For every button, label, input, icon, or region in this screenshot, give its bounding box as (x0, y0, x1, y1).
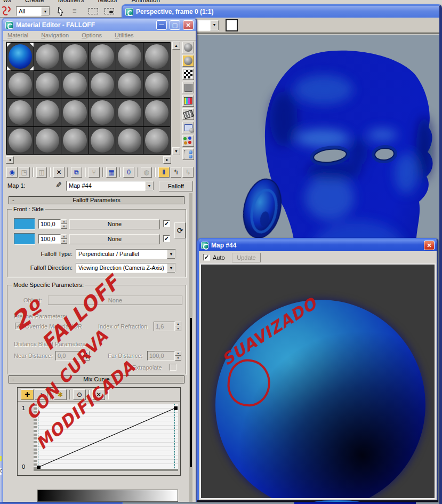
slot-vscrollbar[interactable]: ▲ ▼ (172, 42, 180, 155)
falloff-amount-spinner[interactable]: 100,0▲▼ (38, 219, 67, 229)
material-editor-titlebar[interactable]: Material Editor - FALLOFF — ▢ ✕ (3, 19, 196, 31)
selection-filter-dropdown[interactable]: All ▼ (16, 6, 50, 16)
material-sample-slot[interactable] (61, 99, 88, 126)
falloff-parameters-header[interactable]: - Falloff Parameters (9, 196, 184, 204)
scroll-left-icon[interactable]: ◄ (6, 156, 14, 164)
app-menu-ws[interactable]: ws (3, 0, 11, 4)
select-object-icon[interactable] (57, 6, 65, 16)
extrapolate-checkbox[interactable] (170, 364, 176, 371)
background-color-swatch[interactable] (226, 19, 238, 31)
ior-spinner[interactable]: 1,6 ▲▼ (154, 322, 181, 331)
material-sample-slot[interactable] (89, 99, 116, 126)
move-point-icon[interactable]: ✚ (21, 389, 34, 400)
material-sample-slot[interactable] (89, 71, 116, 99)
reset-map-icon[interactable]: ✕ (53, 167, 65, 178)
maximize-button[interactable]: ▢ (170, 20, 180, 30)
dropdown-arrow-icon[interactable]: ▼ (41, 7, 50, 15)
me-menu-options[interactable]: Options (82, 32, 102, 38)
sample-uv-tiling-icon[interactable] (182, 82, 194, 93)
material-map-navigator-icon[interactable] (182, 148, 194, 160)
material-sample-slot[interactable] (61, 71, 88, 99)
material-sample-slot[interactable] (143, 127, 170, 155)
material-sample-slot[interactable] (116, 99, 143, 126)
material-sample-slot[interactable] (61, 43, 88, 70)
falloff-color-swatch[interactable] (14, 218, 35, 230)
show-map-in-viewport-icon[interactable]: ◍ (141, 167, 152, 178)
scroll-right-icon[interactable]: ► (163, 156, 171, 164)
falloff-map-button[interactable]: None (69, 219, 160, 229)
options-icon[interactable] (182, 122, 194, 133)
object-none-button[interactable]: None (48, 295, 182, 305)
backlight-icon[interactable] (182, 55, 194, 67)
dropdown-arrow-icon[interactable]: ▼ (145, 181, 154, 190)
scroll-down-icon[interactable]: ▼ (172, 147, 180, 155)
me-menu-utilities[interactable]: Utilities (115, 32, 133, 38)
falloff-color-swatch[interactable] (14, 233, 35, 245)
go-forward-to-sibling-icon[interactable]: ↳ (182, 167, 194, 178)
app-menu-animation[interactable]: Animation (132, 0, 160, 4)
auto-checkbox[interactable]: ✓ (203, 254, 210, 261)
rollout-scrollbar[interactable] (189, 193, 192, 502)
material-sample-slot[interactable] (89, 43, 116, 70)
schematic-view-icon[interactable] (1, 6, 12, 17)
falloff-map-button[interactable]: None (69, 234, 160, 244)
falloff-map-enable-checkbox[interactable]: ✓ (163, 235, 170, 242)
app-menu-reactor[interactable]: reactor (98, 0, 117, 4)
select-by-name-icon[interactable]: ≡ (73, 7, 77, 15)
rect-select-region-icon[interactable] (89, 8, 98, 14)
go-to-parent-icon[interactable]: ↰ (171, 167, 182, 178)
material-sample-slot[interactable] (116, 127, 143, 155)
put-to-library-icon[interactable]: ▦ (106, 167, 117, 178)
material-sample-slot[interactable] (34, 43, 61, 70)
far-distance-spinner[interactable]: 100,0 ▲▼ (147, 351, 181, 361)
material-id-channel-icon[interactable]: 0 (123, 167, 134, 178)
material-sample-slot[interactable] (34, 127, 61, 155)
material-sample-slot[interactable] (61, 127, 88, 155)
make-material-copy-icon[interactable]: ⧉ (71, 167, 82, 178)
dropdown-arrow-icon[interactable]: ▼ (167, 250, 175, 259)
pick-material-icon[interactable]: ✎ (55, 181, 62, 189)
me-menu-navigation[interactable]: Navigation (41, 32, 69, 38)
rect-select-region-2-icon[interactable] (105, 8, 114, 14)
material-sample-slot[interactable] (116, 71, 143, 99)
material-sample-slot[interactable] (143, 99, 170, 126)
me-menu-material[interactable]: Material (7, 32, 28, 38)
background-icon[interactable] (182, 68, 194, 80)
close-button[interactable]: ✕ (183, 20, 194, 30)
falloff-type-dropdown[interactable]: Perpendicular / Parallel ▼ (76, 249, 176, 259)
material-sample-slot[interactable] (143, 43, 170, 70)
perspective-titlebar[interactable]: Perspective, frame 0 (1:1) (123, 6, 439, 18)
show-end-result-icon[interactable]: ‖ (158, 167, 170, 178)
map-type-button[interactable]: Falloff (159, 181, 193, 191)
material-sample-slot[interactable] (143, 71, 170, 99)
put-material-to-scene-icon[interactable]: ◳ (19, 167, 30, 178)
update-button[interactable]: Update (232, 253, 261, 262)
minimize-button[interactable]: — (156, 20, 167, 30)
material-sample-slot[interactable] (7, 71, 34, 99)
material-sample-slot[interactable] (89, 127, 116, 155)
dropdown-arrow-icon[interactable]: ▼ (210, 20, 219, 30)
assign-material-to-selection-icon[interactable]: ◫ (36, 167, 47, 178)
app-menu-create[interactable]: Create (25, 0, 44, 4)
scroll-up-icon[interactable]: ▲ (172, 42, 180, 50)
select-by-material-icon[interactable] (182, 135, 194, 147)
material-sample-slot[interactable] (7, 99, 34, 126)
map-name-dropdown[interactable]: Map #44 ▼ (66, 181, 154, 191)
falloff-direction-dropdown[interactable]: Viewing Direction (Camera Z-Axis) ▼ (76, 263, 176, 273)
map-window-titlebar[interactable]: Map #44 ✕ (199, 239, 437, 251)
material-sample-slot[interactable] (7, 43, 34, 70)
video-color-check-icon[interactable] (182, 95, 194, 107)
app-menu-modifiers[interactable]: Modifiers (58, 0, 84, 4)
get-material-icon[interactable]: ◉ (6, 167, 18, 178)
material-sample-slot[interactable] (116, 43, 143, 70)
make-unique-icon[interactable]: ⑂ (89, 167, 100, 178)
material-sample-slot[interactable] (34, 99, 61, 126)
material-sample-slot[interactable] (34, 71, 61, 99)
make-preview-icon[interactable] (182, 108, 194, 120)
material-sample-slot[interactable] (7, 127, 34, 155)
falloff-amount-spinner[interactable]: 100,0▲▼ (38, 234, 67, 244)
falloff-map-enable-checkbox[interactable]: ✓ (163, 220, 170, 227)
swap-colors-button[interactable]: ⟳ (174, 222, 186, 238)
dropdown-arrow-icon[interactable]: ▼ (167, 263, 175, 273)
slot-hscrollbar[interactable]: ◄ ► (6, 156, 171, 164)
